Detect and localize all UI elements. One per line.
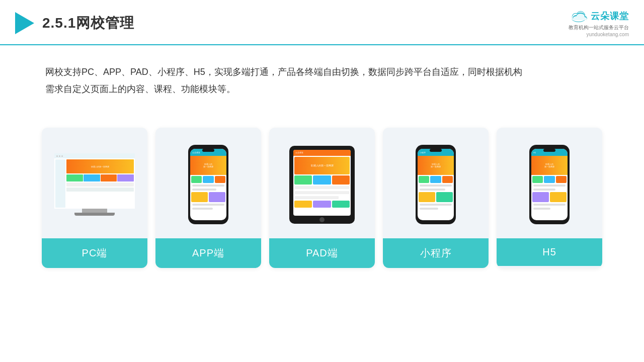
card-app: 云朵课堂 职通人的第一堂网课 (155, 128, 261, 268)
pc-screen-content: 职通人的第一堂网课 (54, 153, 135, 209)
phone-notch-h5 (543, 149, 555, 152)
phone-mockup-mini: 小程序 职通人的第一堂网课 (416, 145, 456, 224)
card-h5-image: H5 职通人的第一堂网课 (497, 128, 602, 238)
description-text: 网校支持PC、APP、PAD、小程序、H5，实现多端打通，产品各终端自由切换，数… (45, 63, 599, 98)
phone-screen-mini: 小程序 职通人的第一堂网课 (418, 149, 454, 220)
brand-url: yunduoketang.com (586, 32, 629, 37)
pc-mockup: 职通人的第一堂网课 (54, 153, 135, 216)
card-pad: 云朵课堂 职通人的第一堂网课 (269, 128, 375, 268)
phone-mockup-h5: H5 职通人的第一堂网课 (529, 145, 570, 224)
card-h5: H5 职通人的第一堂网课 (497, 128, 602, 268)
phone-notch-app (202, 149, 214, 152)
phone-outer-mini: 小程序 职通人的第一堂网课 (416, 145, 456, 224)
card-miniprogram: 小程序 职通人的第一堂网课 (383, 128, 489, 268)
card-app-image: 云朵课堂 职通人的第一堂网课 (155, 128, 261, 238)
phone-screen-h5: H5 职通人的第一堂网课 (531, 149, 568, 220)
pc-screen-outer: 职通人的第一堂网课 (54, 153, 135, 209)
card-h5-label: H5 (497, 238, 602, 266)
pad-outer: 云朵课堂 职通人的第一堂网课 (289, 146, 355, 224)
title-number: 2.5.1 (42, 15, 76, 31)
page-title: 2.5.1网校管理 (42, 14, 134, 33)
brand-logo: 云朵课堂 教育机构一站式服务云平台 yunduoketang.com (569, 9, 629, 37)
phone-outer-app: 云朵课堂 职通人的第一堂网课 (188, 145, 228, 224)
phone-screen-app: 云朵课堂 职通人的第一堂网课 (190, 149, 226, 220)
brand-logo-top: 云朵课堂 (570, 9, 629, 23)
pc-base (74, 213, 115, 216)
card-app-label: APP端 (155, 238, 261, 268)
pc-stand (82, 209, 107, 213)
header: 2.5.1网校管理 云朵课堂 教育机构 (0, 0, 644, 45)
logo-triangle-icon (15, 12, 34, 34)
card-miniprogram-image: 小程序 职通人的第一堂网课 (383, 128, 489, 238)
pad-mockup: 云朵课堂 职通人的第一堂网课 (289, 146, 355, 224)
card-pc-image: 职通人的第一堂网课 (42, 128, 147, 238)
brand-tagline: 教育机构一站式服务云平台 (569, 24, 629, 31)
pad-home-btn (319, 217, 325, 222)
title-text: 网校管理 (76, 15, 134, 31)
card-pc: 职通人的第一堂网课 (42, 128, 147, 268)
phone-outer-h5: H5 职通人的第一堂网课 (529, 145, 570, 224)
card-pc-label: PC端 (42, 238, 147, 268)
card-miniprogram-label: 小程序 (383, 238, 489, 268)
cloud-icon (570, 9, 588, 23)
phone-mockup-app: 云朵课堂 职通人的第一堂网课 (188, 145, 228, 224)
header-left: 2.5.1网校管理 (15, 12, 134, 34)
phone-notch-mini (430, 149, 442, 152)
card-pad-image: 云朵课堂 职通人的第一堂网课 (269, 128, 375, 238)
brand-name: 云朵课堂 (591, 10, 629, 22)
pad-screen: 云朵课堂 职通人的第一堂网课 (293, 150, 351, 216)
cards-container: 职通人的第一堂网课 (0, 113, 644, 283)
header-right: 云朵课堂 教育机构一站式服务云平台 yunduoketang.com (569, 9, 629, 37)
description: 网校支持PC、APP、PAD、小程序、H5，实现多端打通，产品各终端自由切换，数… (0, 45, 644, 108)
card-pad-label: PAD端 (269, 238, 375, 268)
